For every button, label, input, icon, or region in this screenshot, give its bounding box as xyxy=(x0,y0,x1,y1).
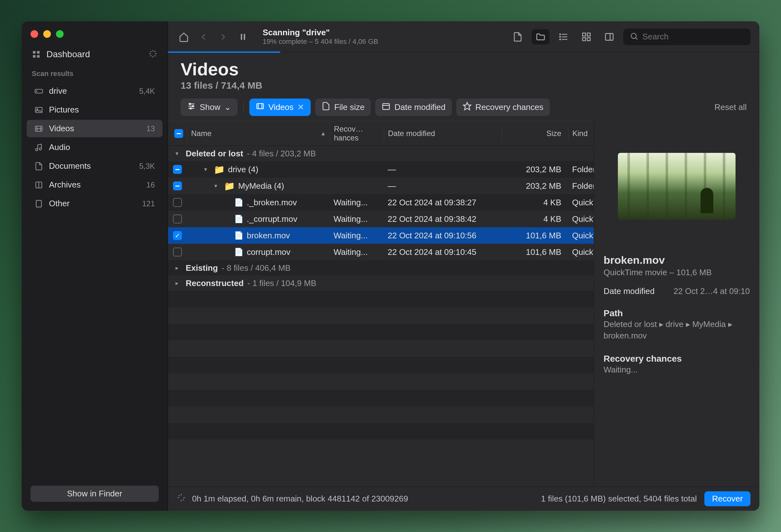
sidebar-item-pictures[interactable]: Pictures xyxy=(27,101,163,119)
recovery-chances-filter-chip[interactable]: Recovery chances xyxy=(456,98,550,116)
table-row[interactable]: ▾📁drive (4) — 203,2 MB Folder xyxy=(168,161,594,178)
svg-point-30 xyxy=(560,34,561,35)
sidebar-item-label: Audio xyxy=(49,142,70,152)
show-filter-label: Show xyxy=(200,102,220,112)
detail-recovery-value: Waiting... xyxy=(604,364,750,375)
column-date[interactable]: Date modified xyxy=(384,126,501,141)
dashboard-link[interactable]: Dashboard xyxy=(32,49,90,59)
maximize-button[interactable] xyxy=(56,30,64,38)
videos-filter-chip[interactable]: Videos ✕ xyxy=(249,98,311,116)
column-name[interactable]: Name▲ xyxy=(187,126,330,141)
section-existing[interactable]: ▸ Existing - 8 files / 406,4 MB xyxy=(168,260,594,275)
sidebar-item-archives[interactable]: Archives 16 xyxy=(27,176,163,193)
chevron-down-icon[interactable]: ▾ xyxy=(204,166,210,173)
show-filter-chip[interactable]: Show ⌄ xyxy=(180,98,238,116)
svg-rect-36 xyxy=(587,38,590,40)
spinner-icon xyxy=(177,493,186,504)
row-checkbox[interactable] xyxy=(173,181,182,190)
divider xyxy=(243,102,244,113)
calendar-icon xyxy=(382,102,390,113)
sidebar-item-label: Documents xyxy=(49,161,91,171)
traffic-lights xyxy=(22,21,168,44)
svg-rect-34 xyxy=(587,33,590,36)
recover-button[interactable]: Recover xyxy=(704,491,750,506)
scan-subtitle: 19% complete – 5 404 files / 4,06 GB xyxy=(263,38,502,46)
sidebar-item-drive[interactable]: drive 5,4K xyxy=(27,82,163,100)
toggle-sidebar-button[interactable] xyxy=(601,29,618,44)
svg-line-55 xyxy=(179,495,180,496)
chevron-down-icon: ▾ xyxy=(175,150,182,157)
section-deleted[interactable]: ▾ Deleted or lost - 4 files / 203,2 MB xyxy=(168,146,594,161)
detail-recovery-label: Recovery chances xyxy=(604,354,750,364)
pictures-icon xyxy=(34,105,43,115)
row-checkbox[interactable] xyxy=(173,215,182,223)
archives-icon xyxy=(34,180,43,189)
sidebar-item-count: 16 xyxy=(146,180,155,189)
forward-button[interactable] xyxy=(216,30,230,44)
sidebar-item-videos[interactable]: Videos 13 xyxy=(27,120,163,137)
table-row[interactable]: ▾📁MyMedia (4) — 203,2 MB Folder xyxy=(168,178,594,194)
close-icon[interactable]: ✕ xyxy=(297,102,304,112)
pause-button[interactable] xyxy=(236,30,250,44)
show-in-finder-button[interactable]: Show in Finder xyxy=(31,486,159,502)
empty-row xyxy=(168,340,594,357)
scan-results-header: Scan results xyxy=(22,67,168,82)
svg-point-20 xyxy=(36,148,38,151)
svg-line-10 xyxy=(151,55,151,56)
detail-date-value: 22 Oct 2…4 at 09:10 xyxy=(673,286,750,296)
svg-rect-33 xyxy=(583,33,585,36)
date-modified-filter-chip[interactable]: Date modified xyxy=(375,98,452,116)
table-row-selected[interactable]: ✓ 📄broken.mov Waiting... 22 Oct 2024 at … xyxy=(168,227,594,244)
sidebar-item-label: drive xyxy=(49,86,67,96)
column-recovery[interactable]: Recov…hances xyxy=(330,121,384,145)
sidebar-item-other[interactable]: Other 121 xyxy=(27,195,163,212)
file-size-label: File size xyxy=(334,102,364,112)
select-all-checkbox[interactable] xyxy=(168,126,187,141)
folder-button[interactable] xyxy=(532,29,549,44)
table-header: Name▲ Recov…hances Date modified Size Ki… xyxy=(168,121,594,146)
empty-row xyxy=(168,390,594,406)
table-row[interactable]: 📄._corrupt.mov Waiting... 22 Oct 2024 at… xyxy=(168,211,594,227)
reset-all-button[interactable]: Reset all xyxy=(714,102,747,112)
column-kind[interactable]: Kind xyxy=(568,126,594,141)
list-view-button[interactable] xyxy=(554,29,572,44)
grid-view-button[interactable] xyxy=(577,29,595,44)
table-row[interactable]: 📄._broken.mov Waiting... 22 Oct 2024 at … xyxy=(168,194,594,211)
chevron-right-icon: ▸ xyxy=(175,280,182,287)
close-button[interactable] xyxy=(31,30,38,38)
detail-date-label: Date modified xyxy=(604,286,654,296)
section-reconstructed[interactable]: ▸ Reconstructed - 1 files / 104,9 MB xyxy=(168,275,594,291)
new-file-button[interactable] xyxy=(509,29,527,44)
sidebar-item-audio[interactable]: Audio xyxy=(27,139,163,156)
column-size[interactable]: Size xyxy=(501,126,568,141)
home-button[interactable] xyxy=(177,30,191,44)
minimize-button[interactable] xyxy=(43,30,51,38)
svg-point-44 xyxy=(189,103,191,105)
sidebar-item-documents[interactable]: Documents 5,3K xyxy=(27,157,163,175)
row-checkbox[interactable] xyxy=(173,198,182,207)
empty-row xyxy=(168,357,594,373)
search-input[interactable] xyxy=(642,32,746,42)
table-row[interactable]: 📄corrupt.mov Waiting... 22 Oct 2024 at 0… xyxy=(168,244,594,260)
file-size-filter-chip[interactable]: File size xyxy=(315,98,371,116)
row-checkbox[interactable]: ✓ xyxy=(173,231,182,240)
folder-icon: 📁 xyxy=(214,164,225,175)
videos-icon xyxy=(34,124,43,133)
page-header: Videos 13 files / 714,4 MB xyxy=(168,52,759,98)
svg-line-6 xyxy=(151,51,151,52)
svg-point-45 xyxy=(192,105,194,107)
preview-thumbnail xyxy=(618,153,736,220)
svg-line-11 xyxy=(155,51,156,52)
row-checkbox[interactable] xyxy=(173,248,182,257)
date-modified-label: Date modified xyxy=(394,102,445,112)
svg-line-7 xyxy=(155,55,156,56)
sidebar-item-label: Archives xyxy=(49,180,81,190)
sidebar-item-count: 121 xyxy=(142,199,155,208)
sidebar: Dashboard Scan results drive 5,4K Pictur… xyxy=(22,21,168,511)
audio-icon xyxy=(34,143,43,152)
row-checkbox[interactable] xyxy=(173,165,182,174)
empty-row xyxy=(168,440,594,456)
chevron-down-icon[interactable]: ▾ xyxy=(214,182,221,189)
search-box[interactable] xyxy=(623,29,750,45)
back-button[interactable] xyxy=(197,30,210,44)
